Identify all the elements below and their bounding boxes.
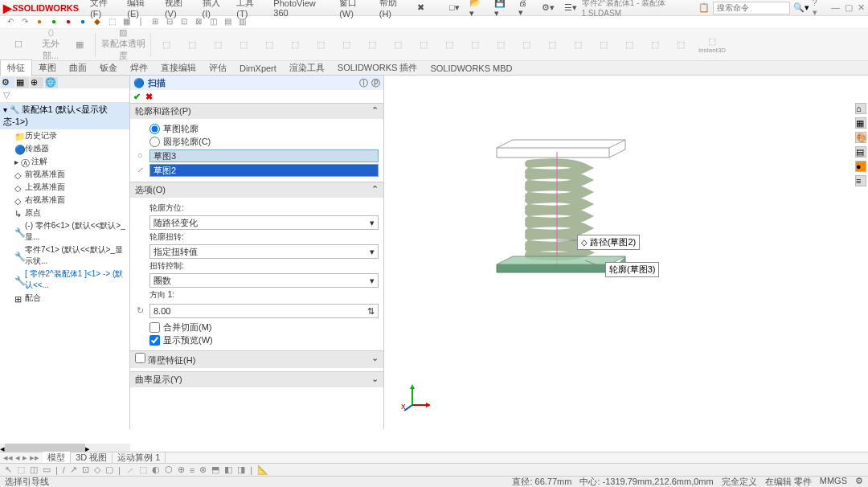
sk-icon[interactable]: ◇ — [94, 464, 100, 475]
sk-icon[interactable]: ◫ — [30, 464, 38, 475]
sk-icon[interactable]: ⊗ — [199, 464, 207, 475]
qa-icon[interactable]: ↶ — [5, 17, 16, 28]
view-triad[interactable]: x — [400, 381, 432, 415]
qa-icon[interactable]: ⊟ — [164, 17, 175, 28]
ok-button[interactable]: ✔ — [133, 92, 141, 102]
tree-item[interactable]: ◇ 右视基准面 — [0, 194, 129, 207]
qa-icon[interactable]: ⊡ — [178, 17, 190, 28]
tree-root[interactable]: ▾ 🔧 装配体1 (默认<显示状态-1>) — [0, 102, 129, 129]
section-profile-path[interactable]: 轮廓和路径(P)⌃ — [130, 103, 383, 119]
radio-circular-profile[interactable]: 圆形轮廓(C) — [149, 136, 379, 148]
twist-dropdown[interactable]: 指定扭转值▾ — [149, 244, 379, 259]
tab-render[interactable]: 渲染工具 — [283, 60, 331, 76]
bottom-tab-3dview[interactable]: 3D 视图 — [71, 452, 113, 464]
maximize-icon[interactable]: ▢ — [845, 2, 853, 13]
tree-tab-icon[interactable]: 🌐 — [45, 77, 58, 88]
qa-icon[interactable]: ◆ — [92, 17, 103, 28]
tree-item[interactable]: 🔧 零件7<1> (默认<<默认>_显示状... — [0, 244, 129, 268]
ribbon-btn[interactable]: ⬚ — [411, 31, 436, 59]
sk-icon[interactable]: ↖ — [5, 464, 12, 475]
ribbon-btn[interactable]: ▦ — [68, 31, 92, 59]
tab-mbd[interactable]: SOLIDWORKS MBD — [424, 62, 518, 75]
qa-icon[interactable]: ◫ — [207, 17, 219, 28]
twistctl-dropdown[interactable]: 圈数▾ — [149, 273, 379, 288]
taskpane-icon[interactable]: 🎨 — [855, 132, 866, 143]
taskpane-icon[interactable]: ⌂ — [855, 103, 866, 114]
tab-sheetmetal[interactable]: 钣金 — [93, 60, 124, 76]
ribbon-btn[interactable]: ⬚ — [617, 31, 641, 59]
ribbon-btn[interactable]: ⬚ — [566, 31, 590, 59]
sk-icon[interactable]: ⬚ — [17, 464, 25, 475]
pin-icon[interactable]: ⓟ — [371, 77, 380, 89]
qa-icon[interactable]: ⬚ — [106, 17, 117, 28]
tab-evaluate[interactable]: 评估 — [203, 60, 233, 76]
tb-new-icon[interactable]: □▾ — [444, 2, 465, 13]
ribbon-btn[interactable]: ⬚ — [489, 31, 513, 59]
qa-icon[interactable]: ● — [63, 17, 74, 28]
ribbon-btn[interactable]: ☐ — [3, 31, 34, 59]
ribbon-btn[interactable]: ⬚ — [463, 31, 487, 59]
ribbon-btn[interactable]: ⬚ — [334, 31, 358, 59]
taskpane-icon[interactable]: ▤ — [855, 146, 866, 158]
ribbon-btn[interactable]: ⬚ — [514, 31, 538, 59]
sk-icon[interactable]: / — [63, 465, 65, 475]
taskpane-icon[interactable]: ● — [855, 161, 866, 172]
help-icon[interactable]: ?▾ — [813, 0, 821, 18]
tree-tab-icon[interactable]: ⊕ — [31, 77, 43, 88]
close-icon[interactable]: ✕ — [858, 2, 865, 13]
tree-item[interactable]: 🔧 [ 零件2^装配体1 ]<1> -> (默认<<... — [0, 268, 129, 292]
qa-icon[interactable]: ▥ — [236, 17, 248, 28]
tree-item[interactable]: 🔵 传感器 — [0, 142, 129, 155]
qa-icon[interactable]: ↷ — [19, 17, 31, 28]
sk-icon[interactable]: ⊡ — [82, 464, 89, 475]
tree-item[interactable]: ▸ Ⓐ 注解 — [0, 155, 129, 168]
sk-icon[interactable]: 📐 — [257, 464, 268, 475]
qa-icon[interactable]: ● — [34, 17, 45, 28]
cancel-button[interactable]: ✖ — [145, 92, 153, 102]
ribbon-btn[interactable]: ⬚ — [360, 31, 384, 59]
sk-icon[interactable]: ⬚ — [139, 464, 147, 475]
section-options[interactable]: 选项(O)⌃ — [130, 182, 383, 198]
radio-sketch-profile[interactable]: 草图轮廓 — [149, 123, 379, 135]
ribbon-btn[interactable]: ⬚ — [231, 31, 256, 59]
sk-icon[interactable]: ▢ — [105, 464, 113, 475]
sk-icon[interactable]: ⊕ — [178, 464, 185, 475]
profile-field[interactable]: 草图3 — [149, 149, 379, 162]
ribbon-btn[interactable]: ⬚ — [592, 31, 616, 59]
dir-value-field[interactable]: 8.00⇅ — [149, 304, 379, 318]
taskpane-icon[interactable]: ≡ — [855, 175, 866, 186]
path-field[interactable]: 草图2 — [149, 164, 379, 177]
menu-help[interactable]: 帮助(H) — [375, 0, 412, 18]
status-units[interactable]: MMGS — [820, 476, 847, 487]
sk-icon[interactable]: ⬡ — [165, 464, 173, 475]
qa-icon[interactable]: ⊞ — [149, 17, 161, 28]
merge-checkbox[interactable]: 合并切面(M) — [149, 321, 379, 334]
tb-rebuild-icon[interactable]: ⚙▾ — [537, 2, 559, 13]
spinner-icon[interactable]: ⇅ — [367, 306, 375, 317]
tree-item[interactable]: ⊞ 配合 — [0, 292, 129, 305]
sk-icon[interactable]: ⬒ — [211, 464, 219, 475]
tab-addins[interactable]: SOLIDWORKS 插件 — [331, 60, 424, 76]
search-input[interactable] — [717, 3, 773, 12]
ribbon-btn[interactable]: ⬚ — [386, 31, 410, 59]
preview-checkbox[interactable]: 显示预览(W) — [149, 334, 379, 346]
sk-icon[interactable]: ◐ — [152, 464, 160, 475]
tab-surfaces[interactable]: 曲面 — [63, 60, 93, 76]
tree-tab-icon[interactable]: ▦ — [16, 77, 29, 88]
sk-icon[interactable]: ⟋ — [125, 465, 134, 475]
ribbon-btn[interactable]: ⬚ — [154, 31, 178, 59]
orient-dropdown[interactable]: 随路径变化▾ — [149, 215, 379, 230]
tab-sketch[interactable]: 草图 — [32, 60, 63, 76]
minimize-icon[interactable]: — — [831, 2, 840, 13]
sk-icon[interactable]: ≡ — [190, 465, 194, 475]
search-icon[interactable]: 🔍 — [793, 2, 805, 13]
bottom-tab-model[interactable]: 模型 — [43, 452, 71, 464]
tb-options-icon[interactable]: ☰▾ — [559, 2, 582, 13]
ribbon-btn[interactable]: ⬚ — [540, 31, 564, 59]
ribbon-btn[interactable]: ⬚ — [669, 31, 693, 59]
tree-filter[interactable]: ▽ — [0, 88, 129, 102]
sk-icon[interactable]: ▭ — [43, 464, 51, 475]
search-box[interactable] — [713, 2, 789, 14]
collapse-icon[interactable]: ⌃ — [371, 105, 379, 117]
ribbon-btn[interactable]: ⬚ — [437, 31, 461, 59]
